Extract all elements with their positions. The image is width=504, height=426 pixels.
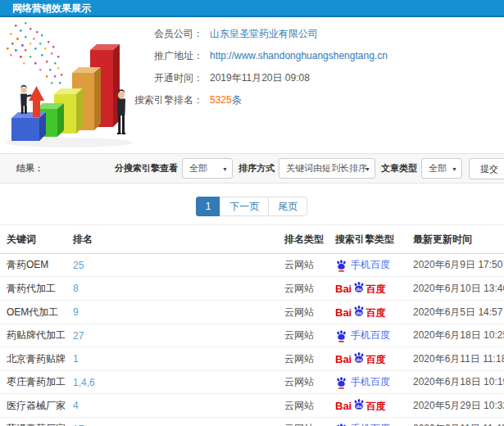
baidu-logo: Bai du 百度 <box>335 398 388 413</box>
cell-rank[interactable]: 1,4,6 <box>70 371 281 394</box>
table-row: 医疗器械厂家 4 云网站 Bai du 百度 2020年5月29日 10:32 <box>0 394 504 418</box>
rank-count-number: 5325 <box>210 94 232 106</box>
cell-rank-type: 云网站 <box>281 254 332 277</box>
svg-text:Bai: Bai <box>335 283 352 295</box>
cell-rank-type: 云网站 <box>281 394 332 418</box>
cell-updated: 2020年6月18日 10:25 <box>410 324 504 347</box>
article-type-select-value: 全部 <box>429 163 447 173</box>
engine-filter-label: 分搜索引擎查看 <box>115 162 178 174</box>
cell-keyword: OEM代加工 <box>0 301 70 324</box>
rank-count-label: 搜索引擎排名： <box>129 94 203 106</box>
member-info: 会员公司： 山东皇圣堂药业有限公司 推广地址： http://www.shand… <box>129 17 504 106</box>
cell-engine: 手机百度 <box>335 375 406 389</box>
bar-chart-illustration <box>0 19 139 152</box>
svg-text:Bai: Bai <box>335 353 352 365</box>
cell-updated: 2020年6月11日 11:40 <box>410 418 504 426</box>
table-row: OEM代加工 9 云网站 Bai du 百度 2020年6月5日 14:57 <box>0 301 504 324</box>
table-row: 枣庄膏药加工 1,4,6 云网站 手机百度 2020年6月18日 10:19 <box>0 371 504 394</box>
table-row: 菏泽膏药厂家 17 云网站 手机百度 2020年6月11日 11:40 <box>0 418 504 426</box>
svg-text:百度: 百度 <box>366 401 386 412</box>
cell-rank-type: 云网站 <box>281 301 332 324</box>
baidu-logo: Bai du 百度 <box>335 351 388 366</box>
open-time-row: 开通时间： 2019年11月20日 09:08 <box>129 72 504 84</box>
cell-rank-type: 云网站 <box>281 371 332 394</box>
svg-text:du: du <box>356 357 362 362</box>
top-section: 会员公司： 山东皇圣堂药业有限公司 推广地址： http://www.shand… <box>0 17 504 153</box>
cell-updated: 2020年6月10日 13:40 <box>410 277 504 301</box>
table-header-row: 关键词 排名 排名类型 搜索引擎类型 最新更新时间 <box>0 225 504 254</box>
mobile-baidu-icon <box>335 376 347 389</box>
next-page-button[interactable]: 下一页 <box>220 197 269 216</box>
mobile-baidu-icon <box>335 329 347 342</box>
cell-rank[interactable]: 27 <box>70 324 281 347</box>
bar-blue <box>11 112 46 141</box>
promo-url-label: 推广地址： <box>129 50 203 61</box>
cell-engine: Bai du 百度 <box>335 305 406 320</box>
header-engine-type: 搜索引擎类型 <box>332 225 410 254</box>
svg-text:百度: 百度 <box>366 307 386 319</box>
svg-text:du: du <box>356 310 362 315</box>
cell-updated: 2020年5月29日 10:32 <box>410 394 504 418</box>
cell-updated: 2020年6月5日 14:57 <box>410 301 504 324</box>
table-body: 膏药OEM 25 云网站 手机百度 2020年6月9日 17:50 膏药代加工 … <box>0 254 504 426</box>
cell-rank[interactable]: 25 <box>70 254 281 277</box>
engine-select[interactable]: 全部 ▼ <box>182 158 233 179</box>
last-page-button[interactable]: 尾页 <box>268 197 307 216</box>
header-rank: 排名 <box>70 225 281 254</box>
cell-rank[interactable]: 4 <box>70 394 281 418</box>
svg-text:Bai: Bai <box>335 400 352 412</box>
filter-bar: 结果： 分搜索引擎查看 全部 ▼ 排序方式 关键词由短到长排序 ▼ 文章类型 全… <box>0 153 504 184</box>
cell-rank-type: 云网站 <box>281 277 332 301</box>
mobile-baidu-icon <box>335 259 347 272</box>
article-type-select[interactable]: 全部 ▼ <box>421 158 462 179</box>
cell-engine: Bai du 百度 <box>335 351 406 366</box>
pagination: 1 下一页 尾页 <box>0 197 504 216</box>
cell-rank[interactable]: 8 <box>70 277 281 301</box>
cell-keyword: 医疗器械厂家 <box>0 394 70 418</box>
promo-url-row: 推广地址： http://www.shandonghuangshengtang.… <box>129 50 504 61</box>
cell-keyword: 药贴牌代加工 <box>0 324 70 347</box>
svg-text:du: du <box>356 287 362 292</box>
sort-select[interactable]: 关键词由短到长排序 ▼ <box>279 158 375 179</box>
chevron-down-icon: ▼ <box>452 159 457 179</box>
cell-keyword: 膏药OEM <box>0 254 70 277</box>
confetti-dots <box>7 22 66 90</box>
sort-filter-label: 排序方式 <box>238 162 275 174</box>
businessman-right <box>117 89 125 134</box>
open-time-label: 开通时间： <box>129 72 203 84</box>
cell-updated: 2020年6月9日 17:50 <box>410 254 504 277</box>
mobile-baidu-label: 手机百度 <box>351 375 390 389</box>
member-company-link[interactable]: 山东皇圣堂药业有限公司 <box>210 28 318 39</box>
member-company-row: 会员公司： 山东皇圣堂药业有限公司 <box>129 28 504 39</box>
cell-rank[interactable]: 17 <box>70 418 281 426</box>
chevron-down-icon: ▼ <box>365 159 370 179</box>
cell-engine: 手机百度 <box>335 329 406 342</box>
page-1-button[interactable]: 1 <box>196 197 221 216</box>
cell-updated: 2020年6月18日 10:19 <box>410 371 504 394</box>
svg-text:Bai: Bai <box>335 306 352 319</box>
submit-button[interactable]: 提交 <box>469 158 504 179</box>
chevron-down-icon: ▼ <box>222 159 228 179</box>
table-row: 膏药代加工 8 云网站 Bai du 百度 2020年6月10日 13:40 <box>0 277 504 301</box>
cell-engine: Bai du 百度 <box>335 281 406 296</box>
engine-select-value: 全部 <box>189 163 207 173</box>
cell-rank-type: 云网站 <box>281 324 332 347</box>
cell-rank[interactable]: 1 <box>70 347 281 371</box>
open-time-value: 2019年11月20日 09:08 <box>210 72 310 84</box>
cell-engine: 手机百度 <box>335 258 406 272</box>
cell-keyword: 枣庄膏药加工 <box>0 371 70 394</box>
cell-rank[interactable]: 9 <box>70 301 281 324</box>
mobile-baidu-label: 手机百度 <box>351 422 390 426</box>
sort-select-value: 关键词由短到长排序 <box>286 163 367 173</box>
cell-keyword: 菏泽膏药厂家 <box>0 418 70 426</box>
mobile-baidu-icon <box>335 423 347 426</box>
header-rank-type: 排名类型 <box>281 225 332 254</box>
cell-updated: 2020年6月11日 11:18 <box>410 347 504 371</box>
cell-engine: Bai du 百度 <box>335 398 406 413</box>
rank-count-unit-link[interactable]: 条 <box>232 94 242 106</box>
svg-text:百度: 百度 <box>366 354 386 365</box>
result-label: 结果： <box>16 162 43 174</box>
promo-url-link[interactable]: http://www.shandonghuangshengtang.cn <box>210 50 388 61</box>
results-table: 关键词 排名 排名类型 搜索引擎类型 最新更新时间 膏药OEM 25 云网站 手… <box>0 224 504 426</box>
rank-count-row: 搜索引擎排名： 5325条 <box>129 94 504 106</box>
